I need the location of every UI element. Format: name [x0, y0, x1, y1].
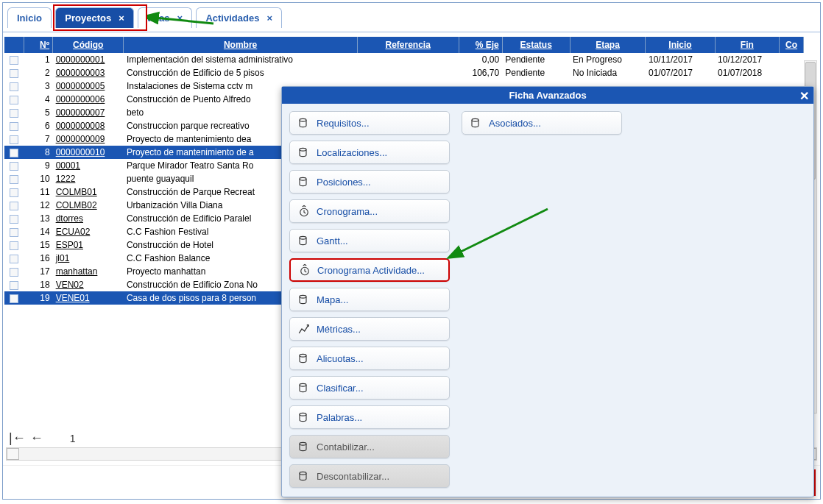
col-nombre[interactable]: Nombre [124, 37, 357, 53]
close-icon[interactable]: × [266, 13, 272, 24]
menu-item-posiciones[interactable]: Posiciones... [289, 170, 450, 194]
svg-point-28 [300, 472, 306, 475]
svg-point-21 [300, 236, 306, 239]
col-checkbox[interactable] [4, 37, 24, 53]
menu-item-gantt[interactable]: Gantt... [289, 229, 450, 252]
row-checkbox[interactable] [10, 109, 18, 118]
db-icon [297, 352, 311, 365]
menu-item-descontabilizar[interactable]: Descontabilizar... [289, 464, 450, 488]
close-icon[interactable]: × [177, 13, 183, 24]
svg-point-25 [300, 383, 306, 386]
row-checkbox[interactable] [10, 294, 18, 303]
menu-item-asociados[interactable]: Asociados... [462, 111, 622, 135]
row-checkbox[interactable] [10, 188, 18, 197]
db-icon [470, 116, 483, 129]
row-checkbox[interactable] [10, 228, 18, 237]
svg-point-24 [300, 354, 306, 357]
row-checkbox[interactable] [10, 69, 18, 78]
chart-icon [297, 322, 311, 336]
db-icon [297, 293, 311, 306]
row-checkbox[interactable] [10, 135, 18, 144]
svg-point-29 [472, 118, 478, 121]
pager-prev-icon[interactable]: ← [30, 430, 43, 446]
close-icon[interactable]: × [119, 13, 124, 24]
row-checkbox[interactable] [10, 255, 18, 263]
col-referencia[interactable]: Referencia [357, 37, 459, 53]
db-icon [297, 175, 311, 188]
row-checkbox[interactable] [10, 149, 18, 157]
db-icon [297, 146, 311, 159]
menu-item-mapa[interactable]: Mapa... [289, 288, 450, 311]
tab-bar: Inicio Proyectos× tidas× Actividades× [3, 3, 820, 32]
db-icon [297, 411, 311, 424]
row-checkbox[interactable] [10, 215, 18, 224]
pager-first-icon[interactable]: |← [9, 430, 26, 446]
pager-page: 1 [70, 433, 76, 444]
db-icon [297, 116, 311, 129]
svg-point-23 [300, 295, 306, 298]
row-checkbox[interactable] [10, 281, 18, 290]
svg-point-17 [300, 118, 306, 121]
row-checkbox[interactable] [10, 162, 18, 171]
menu-item-alicuotas[interactable]: Alicuotas... [289, 347, 450, 370]
menu-item-clasificar[interactable]: Clasificar... [289, 376, 450, 400]
tab-inicio[interactable]: Inicio [7, 7, 52, 28]
row-checkbox[interactable] [10, 268, 18, 277]
db-icon [297, 469, 311, 483]
svg-point-19 [300, 177, 306, 180]
svg-point-27 [300, 442, 306, 445]
db-icon [297, 440, 311, 453]
menu-item-contabilizar[interactable]: Contabilizar... [289, 435, 450, 458]
menu-item-requisitos[interactable]: Requisitos... [289, 111, 450, 135]
row-checkbox[interactable] [10, 82, 18, 91]
col-codigo[interactable]: Código [53, 37, 124, 53]
menu-item-m-tricas[interactable]: Métricas... [289, 317, 450, 341]
tab-actividades[interactable]: Actividades× [196, 7, 282, 28]
tab-tidas[interactable]: tidas× [138, 7, 192, 28]
table-row[interactable]: 20000000003Construcción de Edificio de 5… [4, 66, 804, 79]
col-co[interactable]: Co [780, 37, 804, 53]
db-icon [297, 234, 311, 247]
pager: |← ← 1 [9, 430, 97, 446]
clock-icon [298, 263, 311, 277]
col-estatus[interactable]: Estatus [502, 37, 570, 53]
row-checkbox[interactable] [10, 56, 18, 65]
col-inicio[interactable]: Inicio [646, 37, 715, 53]
menu-item-palabras[interactable]: Palabras... [289, 405, 450, 429]
row-checkbox[interactable] [10, 241, 18, 250]
row-checkbox[interactable] [10, 202, 18, 210]
row-checkbox[interactable] [10, 96, 18, 104]
col-etapa[interactable]: Etapa [570, 37, 646, 53]
row-checkbox[interactable] [10, 175, 18, 184]
menu-item-cronograma[interactable]: Cronograma... [289, 199, 450, 223]
menu-item-cronograma-actividade[interactable]: Cronograma Actividade... [289, 258, 450, 282]
row-checkbox[interactable] [10, 122, 18, 131]
menu-item-localizaciones[interactable]: Localizaciones... [289, 141, 450, 164]
col-no[interactable]: Nº [24, 37, 52, 53]
close-icon[interactable]: ✕ [799, 89, 809, 103]
svg-point-18 [300, 148, 306, 151]
col-fin[interactable]: Fin [715, 37, 780, 53]
svg-point-26 [300, 413, 306, 416]
db-icon [297, 381, 311, 394]
ficha-avanzados-dialog: Ficha Avanzados ✕ Requisitos...Localizac… [281, 86, 814, 497]
tab-proyectos[interactable]: Proyectos× [55, 7, 133, 28]
clock-icon [297, 205, 311, 218]
table-row[interactable]: 10000000001Implementación del sistema ad… [4, 53, 804, 66]
dialog-title: Ficha Avanzados [509, 90, 586, 101]
col-eje[interactable]: % Eje [459, 37, 502, 53]
